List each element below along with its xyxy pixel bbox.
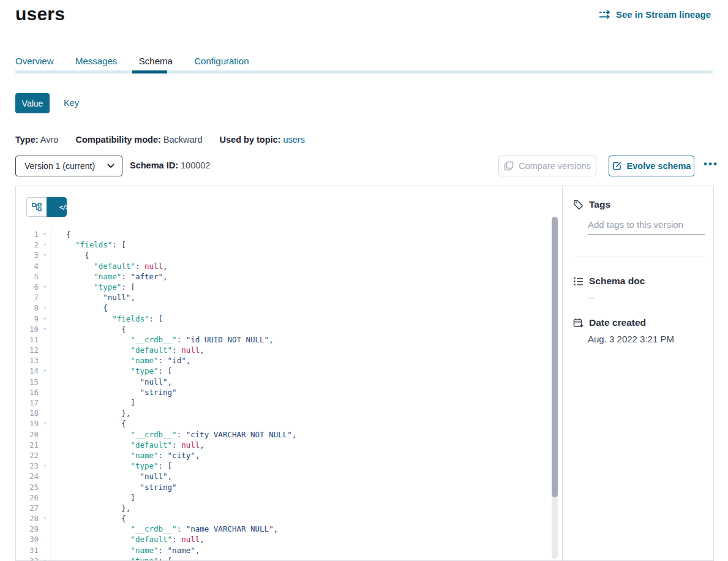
code-line: 17 ] bbox=[16, 397, 552, 408]
line-gutter: 27 bbox=[16, 503, 51, 513]
tree-view-button[interactable] bbox=[26, 197, 47, 217]
code-line: 9▾ "fields": [ bbox=[16, 314, 552, 324]
editor-scrollbar-track[interactable] bbox=[552, 217, 558, 559]
line-gutter: 7 bbox=[16, 292, 51, 303]
fold-toggle-icon[interactable]: ▾ bbox=[39, 303, 51, 313]
fold-toggle-icon[interactable]: ▾ bbox=[39, 366, 51, 376]
tab-schema[interactable]: Schema bbox=[139, 56, 173, 66]
line-gutter: 31 bbox=[16, 545, 51, 555]
line-number: 17 bbox=[16, 397, 39, 408]
key-toggle-link[interactable]: Key bbox=[64, 98, 79, 108]
topic-link[interactable]: users bbox=[283, 135, 304, 145]
code-text: "string" bbox=[51, 387, 552, 397]
code-line: 11 "__crdb__": "id UUID NOT NULL", bbox=[16, 334, 552, 345]
line-number: 7 bbox=[16, 292, 39, 303]
used-by-topic: Used by topic: users bbox=[220, 135, 305, 145]
tag-icon bbox=[573, 200, 584, 210]
code-text: "type": [ bbox=[51, 282, 552, 292]
tab-overview[interactable]: Overview bbox=[15, 56, 54, 66]
line-gutter: 22 bbox=[16, 450, 51, 461]
code-line: 2▾ "fields": [ bbox=[16, 239, 552, 250]
fold-spacer bbox=[39, 334, 51, 345]
tab-messages[interactable]: Messages bbox=[75, 56, 117, 66]
code-line: 16 "string" bbox=[16, 387, 552, 397]
line-gutter: 13 bbox=[16, 355, 51, 366]
code-text: { bbox=[51, 229, 552, 239]
fold-toggle-icon[interactable]: ▾ bbox=[39, 250, 51, 260]
fold-spacer bbox=[39, 408, 51, 418]
line-gutter: 28▾ bbox=[16, 513, 51, 524]
schema-sidebar: Tags Schema doc -- Dat bbox=[563, 186, 714, 561]
line-number: 15 bbox=[16, 377, 39, 387]
line-number: 29 bbox=[16, 524, 39, 534]
code-line: 18 }, bbox=[16, 408, 552, 418]
more-actions-button[interactable]: ••• bbox=[702, 154, 720, 175]
fold-toggle-icon[interactable]: ▾ bbox=[39, 418, 51, 429]
fold-toggle-icon[interactable]: ▾ bbox=[39, 513, 51, 524]
code-line: 32▾ "type": [ bbox=[16, 555, 552, 560]
code-text: "type": [ bbox=[51, 461, 552, 471]
version-select-value: Version 1 (current) bbox=[24, 161, 107, 171]
line-number: 6 bbox=[16, 282, 39, 292]
fold-spacer bbox=[39, 524, 51, 534]
code-line: 12 "default": null, bbox=[16, 345, 552, 355]
fold-spacer bbox=[39, 492, 51, 503]
fold-spacer bbox=[39, 387, 51, 397]
version-select[interactable]: Version 1 (current) bbox=[15, 156, 122, 176]
fold-spacer bbox=[39, 503, 51, 513]
tab-configuration[interactable]: Configuration bbox=[194, 56, 249, 66]
code-line: 27 }, bbox=[16, 503, 552, 513]
line-number: 10 bbox=[16, 324, 39, 334]
code-line: 26 ] bbox=[16, 492, 552, 503]
line-number: 25 bbox=[16, 482, 39, 492]
code-line: 20 "__crdb__": "city VARCHAR NOT NULL", bbox=[16, 429, 552, 440]
compare-versions-button[interactable]: Compare versions bbox=[498, 156, 596, 176]
line-gutter: 23▾ bbox=[16, 461, 51, 471]
schema-type: Type: Avro bbox=[15, 135, 58, 145]
schema-id-label: Schema ID: bbox=[130, 160, 178, 170]
line-number: 23 bbox=[16, 461, 39, 471]
code-editor[interactable]: 1▾{2▾ "fields": [3▾ {4 "default": null,5… bbox=[16, 229, 552, 560]
code-text: "null", bbox=[51, 471, 552, 481]
value-toggle-button[interactable]: Value bbox=[15, 93, 50, 113]
fold-toggle-icon[interactable]: ▾ bbox=[39, 461, 51, 471]
fold-spacer bbox=[39, 261, 51, 271]
editor-view-toggle: </> bbox=[26, 197, 67, 217]
compare-versions-label: Compare versions bbox=[519, 161, 591, 171]
code-text: "__crdb__": "city VARCHAR NOT NULL", bbox=[51, 429, 552, 440]
line-gutter: 17 bbox=[16, 397, 51, 408]
fold-toggle-icon[interactable]: ▾ bbox=[39, 324, 51, 334]
fold-toggle-icon[interactable]: ▾ bbox=[39, 239, 51, 250]
tags-section-heading: Tags bbox=[573, 199, 610, 210]
evolve-schema-button[interactable]: Evolve schema bbox=[609, 156, 694, 176]
code-text: "fields": [ bbox=[51, 239, 552, 250]
code-text: "null", bbox=[51, 292, 552, 303]
line-number: 5 bbox=[16, 271, 39, 282]
fold-spacer bbox=[39, 292, 51, 303]
see-in-stream-lineage-link[interactable]: See in Stream lineage bbox=[599, 9, 711, 20]
fold-toggle-icon[interactable]: ▾ bbox=[39, 555, 51, 560]
fold-toggle-icon[interactable]: ▾ bbox=[39, 314, 51, 324]
line-number: 28 bbox=[16, 513, 39, 524]
line-gutter: 26 bbox=[16, 492, 51, 503]
line-gutter: 19▾ bbox=[16, 418, 51, 429]
schema-editor-panel: </> 1▾{2▾ "fields": [3▾ {4 "default": nu… bbox=[15, 186, 563, 561]
line-number: 16 bbox=[16, 387, 39, 397]
fold-spacer bbox=[39, 440, 51, 450]
line-number: 20 bbox=[16, 429, 39, 440]
code-view-button[interactable]: </> bbox=[47, 197, 67, 217]
fold-toggle-icon[interactable]: ▾ bbox=[39, 282, 51, 292]
line-gutter: 10▾ bbox=[16, 324, 51, 334]
fold-spacer bbox=[39, 450, 51, 461]
code-text: "default": null, bbox=[51, 345, 552, 355]
fold-spacer bbox=[39, 429, 51, 440]
calendar-plus-icon bbox=[573, 318, 584, 328]
editor-scrollbar-thumb[interactable] bbox=[552, 217, 558, 497]
line-number: 18 bbox=[16, 408, 39, 418]
fold-spacer bbox=[39, 482, 51, 492]
type-value: Avro bbox=[40, 135, 59, 145]
code-lines: 1▾{2▾ "fields": [3▾ {4 "default": null,5… bbox=[16, 229, 552, 560]
fold-toggle-icon[interactable]: ▾ bbox=[39, 229, 51, 239]
compatibility-mode: Compatibility mode: Backward bbox=[75, 135, 202, 145]
add-tags-input[interactable] bbox=[588, 217, 705, 235]
